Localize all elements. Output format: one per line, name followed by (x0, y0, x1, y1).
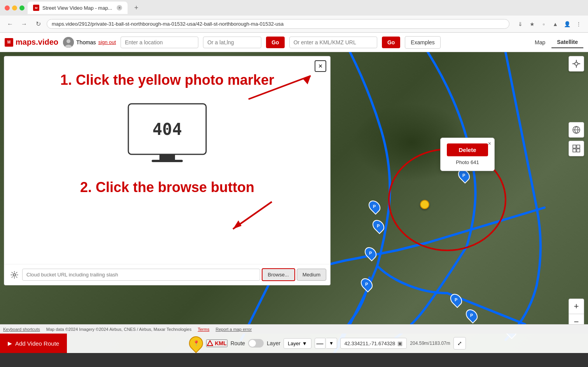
route-layer-toggle[interactable] (248, 339, 264, 348)
add-video-route-button[interactable]: ▶ Add Video Route (0, 334, 67, 353)
svg-rect-8 (159, 154, 175, 160)
minus-control: — ▼ (315, 338, 337, 349)
profile-icon[interactable]: 👤 (562, 19, 572, 29)
layer-label: Layer (267, 340, 280, 346)
status-bar: Keyboard shortcuts Map data ©2024 Imager… (0, 324, 588, 334)
svg-rect-23 (577, 149, 580, 152)
kml-button[interactable]: KML (206, 339, 227, 347)
go-kml-button[interactable]: Go (382, 37, 400, 48)
expand-button[interactable]: ⤢ (453, 337, 466, 350)
parking-marker-8[interactable]: P (451, 293, 461, 306)
app-header: M maps.video Thomas sign out Go Go Examp… (0, 33, 588, 52)
photo-pin-button[interactable]: 📍 (186, 334, 206, 353)
user-name: Thomas (76, 39, 96, 45)
svg-marker-11 (233, 220, 242, 229)
download-icon[interactable]: ⇓ (516, 19, 525, 29)
tab-title: Street View Video Map - map... (42, 5, 112, 11)
parking-marker-9[interactable]: P (467, 309, 477, 322)
monitor-404-display: 404 (124, 100, 210, 164)
kml-input[interactable] (289, 37, 377, 48)
delete-button[interactable]: Delete (447, 143, 488, 156)
parking-marker-7[interactable]: P (362, 278, 372, 291)
address-bar: ← → ↻ maps.video/2912/private-31-ball-st… (0, 16, 588, 33)
cloud-url-input[interactable] (22, 269, 260, 281)
logo-text: maps.video (16, 38, 58, 47)
url-bar[interactable]: maps.video/2912/private-31-ball-st-north… (47, 19, 509, 29)
map-background[interactable]: P P P P P P (0, 52, 588, 353)
medium-button[interactable]: Medium (297, 269, 326, 281)
forward-button[interactable]: → (19, 19, 30, 30)
dropdown-arrow-icon: ▼ (302, 341, 307, 346)
cloud-url-bar: Browse... Medium (4, 264, 330, 285)
keyboard-shortcuts-link[interactable]: Keyboard shortcuts (3, 327, 40, 332)
popup-close-button[interactable]: × (488, 140, 491, 147)
layer-dropdown[interactable]: Layer ▼ (284, 338, 311, 349)
add-video-label: Add Video Route (15, 340, 59, 347)
panel-close-button[interactable]: × (315, 60, 326, 72)
grid-button[interactable] (569, 141, 584, 156)
map-data-text: Map data ©2024 Imagery ©2024 Airbus, CNE… (46, 327, 192, 332)
map-controls-right (569, 56, 584, 72)
terms-link[interactable]: Terms (198, 327, 210, 332)
tab-close-button[interactable]: × (117, 5, 122, 10)
more-icon[interactable]: ⋮ (574, 19, 583, 29)
kml-label: KML (215, 340, 226, 346)
svg-rect-20 (573, 145, 576, 148)
svg-point-12 (13, 274, 16, 276)
svg-line-4 (248, 76, 311, 99)
reload-button[interactable]: ↻ (33, 19, 44, 30)
svg-point-13 (575, 62, 578, 65)
new-tab-button[interactable]: + (131, 2, 142, 13)
coordinate-display: 42.334211,-71.674328 ▣ (340, 338, 407, 349)
instruction-panel: × 1. Click the yellow photo marker 404 (4, 56, 331, 285)
report-link[interactable]: Report a map error (215, 327, 252, 332)
user-info: Thomas sign out (63, 37, 116, 48)
zoom-in-button[interactable]: + (569, 299, 584, 314)
traffic-lights (5, 5, 24, 10)
svg-rect-21 (577, 145, 580, 148)
photo-marker[interactable] (420, 200, 429, 209)
extension-icon[interactable]: ▫ (539, 19, 548, 29)
minimize-window-button[interactable] (12, 5, 17, 10)
satellite-view-button[interactable]: Satellite (551, 37, 583, 48)
arrow-1-svg (245, 68, 322, 115)
tab-favicon: M (33, 5, 39, 11)
examples-button[interactable]: Examples (405, 36, 440, 49)
close-window-button[interactable] (5, 5, 10, 10)
location-button[interactable] (569, 56, 584, 72)
svg-rect-22 (573, 149, 576, 152)
parking-marker-5[interactable]: P (366, 246, 376, 260)
copy-coord-icon[interactable]: ▣ (397, 340, 402, 346)
logo-favicon: M (5, 38, 13, 47)
parking-marker-3[interactable]: P (369, 200, 380, 213)
sign-out-link[interactable]: sign out (98, 39, 116, 45)
bookmark-icon[interactable]: ★ (527, 19, 537, 29)
location-input[interactable] (121, 37, 198, 48)
user-avatar (63, 37, 74, 48)
map-view-button[interactable]: Map (529, 37, 551, 48)
minus-dropdown-button[interactable]: ▼ (326, 338, 337, 349)
back-button[interactable]: ← (5, 19, 16, 30)
toggle-knob (249, 340, 256, 347)
browse-button[interactable]: Browse... (262, 268, 295, 281)
map-satellite-toggle: Map Satellite (529, 37, 583, 48)
route-label: Route (231, 340, 245, 346)
settings-icon[interactable] (8, 269, 21, 281)
svg-text:404: 404 (152, 120, 182, 139)
latlong-input[interactable] (203, 37, 261, 48)
main-area: P P P P P P (0, 52, 588, 353)
logo: M maps.video (5, 38, 58, 47)
go-button[interactable]: Go (266, 37, 284, 48)
minus-button[interactable]: — (315, 338, 326, 349)
fullscreen-window-button[interactable] (19, 5, 24, 10)
parking-marker-4[interactable]: P (373, 219, 383, 232)
layer-dropdown-label: Layer (288, 341, 301, 346)
svg-rect-9 (152, 160, 183, 162)
arrow-2-svg (210, 198, 280, 237)
delete-popup: × Delete Photo 641 (440, 138, 495, 171)
screenshot-icon[interactable]: ▲ (551, 19, 560, 29)
instruction-1-text: 1. Click the yellow photo marker (60, 72, 274, 88)
panel-content: 1. Click the yellow photo marker 404 (4, 56, 330, 264)
browser-tab[interactable]: M Street View Video Map - map... × (28, 2, 128, 14)
globe-button[interactable] (569, 122, 584, 138)
